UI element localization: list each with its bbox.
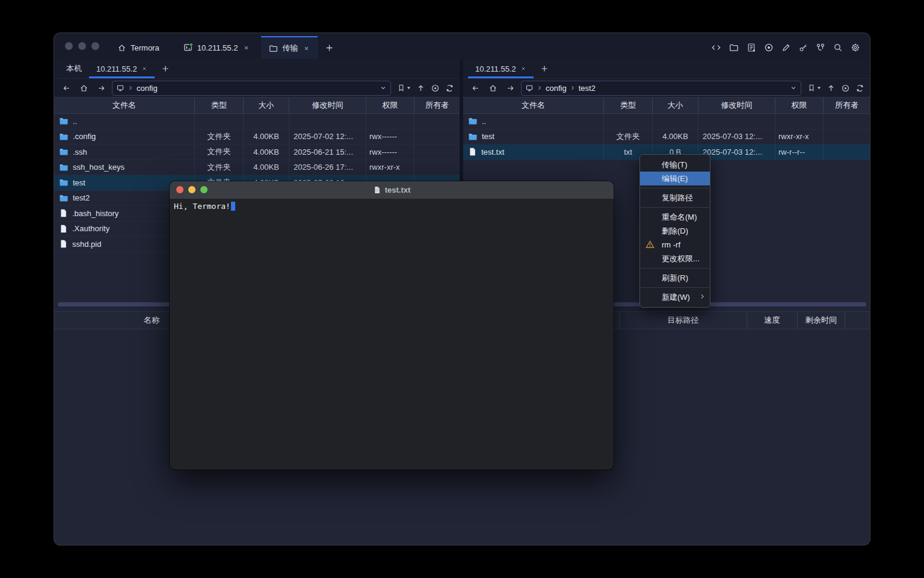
- tab-right-ssh[interactable]: 10.211.55.2: [468, 59, 534, 78]
- file-cell: [604, 114, 653, 129]
- menu-item-label: 重命名(M): [662, 213, 697, 222]
- col-type[interactable]: 类型: [604, 98, 653, 113]
- refresh-button[interactable]: [855, 84, 864, 93]
- chevron-down-icon[interactable]: [380, 84, 387, 92]
- show-hidden-files-button[interactable]: [841, 84, 850, 93]
- close-tab-icon[interactable]: [243, 45, 250, 51]
- close-tab-icon[interactable]: [141, 66, 147, 72]
- tab-home[interactable]: Termora: [109, 36, 167, 59]
- menu-item-删除(D)[interactable]: 删除(D): [640, 224, 710, 238]
- bookmark-button[interactable]: [397, 84, 411, 92]
- menu-item-刷新(R)[interactable]: 刷新(R): [640, 271, 710, 285]
- key-icon[interactable]: [799, 43, 808, 52]
- keychain-icon[interactable]: [816, 43, 825, 52]
- back-button[interactable]: [60, 81, 73, 95]
- file-name: .Xauthority: [72, 224, 109, 233]
- tab-local-machine[interactable]: 本机: [59, 59, 89, 78]
- window-traffic-lights[interactable]: [65, 42, 99, 50]
- menu-item-新建(W)[interactable]: 新建(W): [640, 290, 710, 304]
- home-button[interactable]: [486, 81, 499, 95]
- add-pane-tab-button[interactable]: [155, 59, 176, 78]
- editor-minimize-button[interactable]: [188, 186, 196, 193]
- menu-item-更改权限...[interactable]: 更改权限...: [640, 252, 710, 266]
- editor-traffic-lights[interactable]: [176, 186, 208, 193]
- forward-button[interactable]: [504, 81, 517, 95]
- right-table-header[interactable]: 文件名 类型 大小 修改时间 权限 所有者: [463, 97, 870, 114]
- tab-left-ssh[interactable]: 10.211.55.2: [89, 59, 155, 78]
- menu-item-复制路径[interactable]: 复制路径: [640, 191, 710, 205]
- home-button[interactable]: [77, 81, 90, 95]
- file-row-ssh_host_keys[interactable]: ssh_host_keys文件夹4.00KB2025-06-26 17:...r…: [54, 160, 460, 176]
- col-owner[interactable]: 所有者: [824, 98, 870, 113]
- file-row-..[interactable]: ..: [54, 114, 460, 129]
- col-permission[interactable]: 权限: [366, 98, 414, 113]
- right-path-field[interactable]: config test2: [521, 81, 801, 96]
- col-owner[interactable]: 所有者: [414, 98, 460, 113]
- xfer-col-target-path[interactable]: 目标路径: [620, 312, 747, 329]
- folder-icon[interactable]: [729, 43, 739, 52]
- code-icon[interactable]: [711, 43, 721, 52]
- xfer-col-speed[interactable]: 速度: [747, 312, 798, 329]
- file-name: test: [73, 178, 85, 187]
- editor-window: test.txt Hi, Termora!: [170, 181, 614, 470]
- file-row-test[interactable]: test文件夹4.00KB2025-07-03 12:...rwxr-xr-x: [463, 129, 870, 145]
- add-pane-tab-button[interactable]: [534, 59, 555, 78]
- tab-ssh-session[interactable]: 10.211.55.2: [176, 36, 258, 59]
- col-permission[interactable]: 权限: [775, 98, 824, 113]
- path-segment[interactable]: config: [546, 84, 567, 93]
- file-row-.config[interactable]: .config文件夹4.00KB2025-07-02 12:...rwx----…: [54, 129, 460, 145]
- col-modified[interactable]: 修改时间: [289, 98, 366, 113]
- file-row-..[interactable]: ..: [463, 114, 870, 129]
- show-hidden-files-button[interactable]: [431, 84, 440, 93]
- xfer-col-remaining[interactable]: 剩余时间: [798, 312, 845, 329]
- warning-icon: [645, 240, 654, 249]
- new-tab-button[interactable]: [318, 36, 341, 59]
- menu-item-传输(T)[interactable]: 传输(T): [640, 158, 710, 172]
- tab-local-label: 本机: [66, 63, 82, 74]
- menu-item-rm -rf[interactable]: rm -rf: [640, 238, 710, 252]
- menu-item-编辑(E)[interactable]: 编辑(E): [640, 172, 710, 185]
- chevron-down-icon[interactable]: [790, 84, 797, 92]
- col-type[interactable]: 类型: [195, 98, 244, 113]
- close-tab-icon[interactable]: [520, 66, 526, 72]
- file-cell: [824, 129, 870, 144]
- editor-content[interactable]: Hi, Termora!: [170, 199, 614, 214]
- left-table-header[interactable]: 文件名 类型 大小 修改时间 权限 所有者: [54, 97, 460, 114]
- folder-icon: [59, 147, 69, 157]
- col-filename[interactable]: 文件名: [463, 98, 604, 113]
- close-tab-icon[interactable]: [303, 45, 310, 52]
- minimize-window-button[interactable]: [78, 42, 86, 50]
- notes-icon[interactable]: [747, 43, 756, 52]
- forward-button[interactable]: [94, 81, 108, 95]
- file-cell: rwxr-xr-x: [366, 160, 414, 175]
- file-row-.ssh[interactable]: .ssh文件夹4.00KB2025-06-21 15:...rwx------: [54, 144, 460, 160]
- tab-transfer[interactable]: 传输: [261, 36, 318, 59]
- record-icon[interactable]: [764, 43, 774, 52]
- settings-icon[interactable]: [851, 43, 860, 52]
- file-cell: [824, 114, 870, 129]
- close-window-button[interactable]: [65, 42, 73, 50]
- zoom-window-button[interactable]: [91, 42, 99, 50]
- path-segment[interactable]: config: [137, 84, 158, 93]
- file-cell: 2025-06-21 15:...: [289, 144, 366, 160]
- editor-titlebar[interactable]: test.txt: [170, 181, 614, 199]
- col-size[interactable]: 大小: [653, 98, 698, 113]
- upload-button[interactable]: [416, 84, 425, 93]
- menu-item-重命名(M)[interactable]: 重命名(M): [640, 210, 710, 224]
- pencil-icon[interactable]: [781, 43, 791, 52]
- file-icon: [59, 239, 68, 249]
- search-icon[interactable]: [833, 43, 843, 52]
- left-path-field[interactable]: config: [112, 81, 391, 96]
- bookmark-button[interactable]: [807, 84, 821, 92]
- editor-close-button[interactable]: [176, 186, 183, 193]
- refresh-button[interactable]: [445, 84, 454, 93]
- col-size[interactable]: 大小: [244, 98, 289, 113]
- path-segment[interactable]: test2: [579, 84, 596, 93]
- titlebar-action-icons: [711, 36, 860, 59]
- col-filename[interactable]: 文件名: [54, 98, 195, 113]
- upload-button[interactable]: [827, 84, 836, 93]
- menu-separator: [641, 188, 709, 188]
- editor-zoom-button[interactable]: [200, 186, 208, 193]
- back-button[interactable]: [469, 81, 482, 95]
- col-modified[interactable]: 修改时间: [698, 98, 775, 113]
